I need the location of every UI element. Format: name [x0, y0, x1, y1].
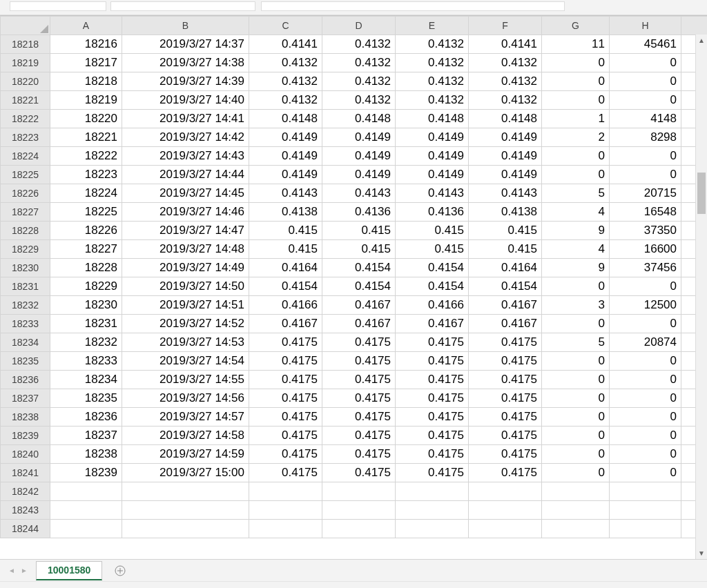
cell-H[interactable] [610, 501, 681, 520]
cell-C[interactable]: 0.4175 [249, 445, 322, 464]
cell-C[interactable]: 0.4148 [249, 110, 322, 128]
cell-H[interactable]: 0 [610, 91, 681, 110]
cell-F[interactable]: 0.4175 [469, 352, 542, 371]
cell-A[interactable]: 18237 [50, 427, 122, 445]
cell-F[interactable]: 0.4132 [469, 91, 542, 110]
row-header[interactable]: 18221 [1, 91, 50, 110]
cell-G[interactable]: 0 [542, 464, 610, 482]
cell-G[interactable]: 0 [542, 54, 610, 72]
cell-G[interactable]: 0 [542, 72, 610, 91]
cell-E[interactable]: 0.415 [396, 240, 469, 259]
select-all-corner[interactable] [1, 17, 50, 35]
vertical-scrollbar[interactable]: ▲ ▼ [695, 35, 707, 559]
cell-C[interactable]: 0.4149 [249, 166, 322, 184]
row-header[interactable]: 18242 [1, 482, 50, 501]
cell-B[interactable]: 2019/3/27 14:49 [122, 259, 249, 277]
cell-G[interactable]: 11 [542, 35, 610, 54]
cell-A[interactable]: 18216 [50, 35, 122, 54]
cell-E[interactable]: 0.4132 [396, 91, 469, 110]
cell-A[interactable]: 18238 [50, 445, 122, 464]
cell-H[interactable] [610, 482, 681, 501]
cell-G[interactable]: 9 [542, 222, 610, 240]
cell-D[interactable]: 0.4132 [322, 54, 396, 72]
cell-E[interactable]: 0.4175 [396, 352, 469, 371]
cell-C[interactable]: 0.4166 [249, 296, 322, 315]
cell-E[interactable] [396, 482, 469, 501]
cell-B[interactable]: 2019/3/27 14:52 [122, 315, 249, 333]
row-header[interactable]: 18241 [1, 464, 50, 482]
cell-E[interactable]: 0.4175 [396, 389, 469, 408]
col-header-F[interactable]: F [469, 17, 542, 35]
cell-C[interactable]: 0.415 [249, 240, 322, 259]
cell-F[interactable] [469, 520, 542, 538]
cell-C[interactable]: 0.4141 [249, 35, 322, 54]
cell-G[interactable]: 0 [542, 91, 610, 110]
cell-A[interactable]: 18228 [50, 259, 122, 277]
row-header[interactable]: 18244 [1, 520, 50, 538]
cell-E[interactable]: 0.4132 [396, 54, 469, 72]
cell-C[interactable]: 0.4132 [249, 72, 322, 91]
cell-B[interactable]: 2019/3/27 14:39 [122, 72, 249, 91]
row-header[interactable]: 18220 [1, 72, 50, 91]
cell-D[interactable]: 0.4175 [322, 445, 396, 464]
cell-D[interactable]: 0.4167 [322, 296, 396, 315]
cell-A[interactable]: 18234 [50, 371, 122, 389]
row-header[interactable]: 18229 [1, 240, 50, 259]
cell-B[interactable]: 2019/3/27 14:43 [122, 147, 249, 166]
cell-D[interactable]: 0.4175 [322, 352, 396, 371]
cell-D[interactable] [322, 482, 396, 501]
cell-B[interactable]: 2019/3/27 14:37 [122, 35, 249, 54]
cell-F[interactable]: 0.4138 [469, 203, 542, 222]
cell-F[interactable]: 0.4154 [469, 277, 542, 296]
cell-B[interactable]: 2019/3/27 14:38 [122, 54, 249, 72]
cell-A[interactable]: 18220 [50, 110, 122, 128]
cell-D[interactable]: 0.4149 [322, 147, 396, 166]
tab-nav-next[interactable]: ► [18, 565, 30, 577]
cell-D[interactable]: 0.4154 [322, 277, 396, 296]
cell-B[interactable]: 2019/3/27 14:57 [122, 408, 249, 427]
col-header-B[interactable]: B [122, 17, 249, 35]
cell-D[interactable]: 0.4136 [322, 203, 396, 222]
cell-A[interactable]: 18235 [50, 389, 122, 408]
cell-A[interactable]: 18222 [50, 147, 122, 166]
cell-A[interactable] [50, 501, 122, 520]
cell-B[interactable]: 2019/3/27 14:56 [122, 389, 249, 408]
cell-B[interactable]: 2019/3/27 14:44 [122, 166, 249, 184]
cell-A[interactable]: 18217 [50, 54, 122, 72]
cell-H[interactable]: 12500 [610, 296, 681, 315]
row-header[interactable]: 18240 [1, 445, 50, 464]
cell-C[interactable]: 0.4132 [249, 91, 322, 110]
cell-H[interactable]: 0 [610, 147, 681, 166]
row-header[interactable]: 18236 [1, 371, 50, 389]
cell-E[interactable] [396, 520, 469, 538]
cell-E[interactable]: 0.4149 [396, 128, 469, 147]
cell-A[interactable]: 18229 [50, 277, 122, 296]
cell-H[interactable] [610, 520, 681, 538]
cell-H[interactable]: 16600 [610, 240, 681, 259]
cell-D[interactable]: 0.4149 [322, 166, 396, 184]
cell-E[interactable]: 0.4175 [396, 464, 469, 482]
cell-B[interactable]: 2019/3/27 14:55 [122, 371, 249, 389]
cell-E[interactable]: 0.4132 [396, 72, 469, 91]
cell-G[interactable]: 0 [542, 427, 610, 445]
cell-F[interactable]: 0.4175 [469, 333, 542, 352]
cell-E[interactable]: 0.4143 [396, 184, 469, 203]
cell-A[interactable] [50, 482, 122, 501]
cell-D[interactable]: 0.4167 [322, 315, 396, 333]
row-header[interactable]: 18228 [1, 222, 50, 240]
cell-F[interactable]: 0.4175 [469, 408, 542, 427]
cell-F[interactable] [469, 482, 542, 501]
cell-A[interactable]: 18224 [50, 184, 122, 203]
col-header-C[interactable]: C [249, 17, 322, 35]
cell-F[interactable]: 0.415 [469, 240, 542, 259]
cell-F[interactable]: 0.4132 [469, 54, 542, 72]
cell-H[interactable]: 37350 [610, 222, 681, 240]
cell-D[interactable]: 0.4175 [322, 464, 396, 482]
cell-C[interactable]: 0.4154 [249, 277, 322, 296]
row-header[interactable]: 18230 [1, 259, 50, 277]
cell-B[interactable]: 2019/3/27 14:58 [122, 427, 249, 445]
cell-C[interactable]: 0.4175 [249, 371, 322, 389]
col-header-G[interactable]: G [542, 17, 610, 35]
cell-B[interactable]: 2019/3/27 14:41 [122, 110, 249, 128]
sheet-tab-active[interactable]: 10001580 [36, 561, 102, 580]
